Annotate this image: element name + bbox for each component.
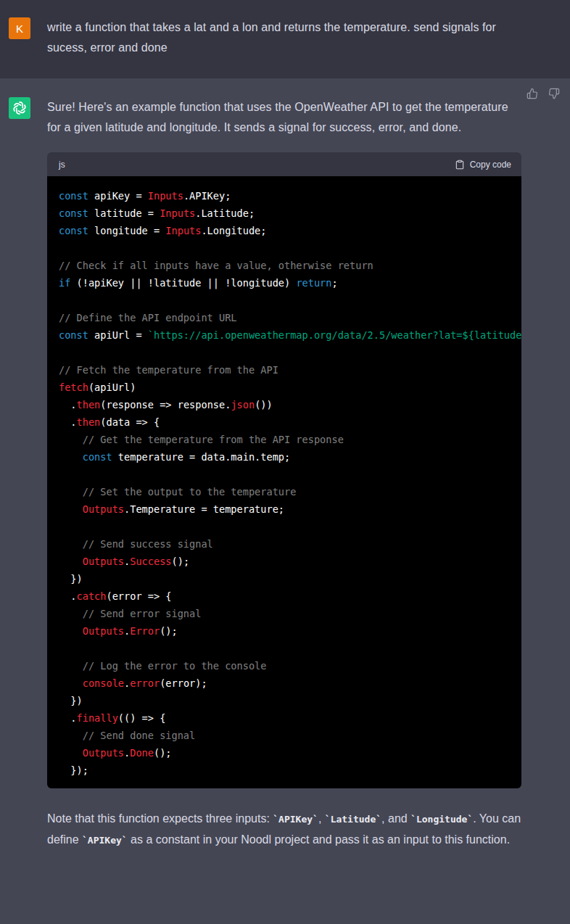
code-line: fetch(apiUrl) <box>59 379 521 396</box>
clipboard-icon <box>455 160 465 170</box>
code-line: // Send done signal <box>59 727 521 744</box>
code-line: Outputs.Error(); <box>59 622 521 640</box>
code-line: // Fetch the temperature from the API <box>59 361 521 379</box>
code-line: Outputs.Done(); <box>59 744 521 762</box>
code-line: Outputs.Success(); <box>59 553 521 570</box>
thumbs-up-icon <box>526 88 538 99</box>
assistant-avatar <box>9 97 30 119</box>
copy-code-button[interactable]: Copy code <box>455 160 511 170</box>
inline-code: `APIKey` <box>273 814 318 825</box>
code-line: const latitude = Inputs.Latitude; <box>59 205 521 222</box>
code-line: .then(data => { <box>59 413 521 431</box>
user-message-text: write a function that takes a lat and a … <box>47 17 521 58</box>
openai-logo-icon <box>12 100 28 116</box>
copy-code-label: Copy code <box>470 160 511 170</box>
code-line <box>59 344 521 361</box>
code-line <box>59 292 521 309</box>
code-line: // Set the output to the temperature <box>59 483 521 500</box>
user-message-row: K write a function that takes a lat and … <box>0 0 570 78</box>
note-text: , <box>318 812 325 825</box>
code-block-header: js Copy code <box>47 152 521 176</box>
inline-code: `Longitude` <box>410 814 473 825</box>
user-avatar-letter: K <box>16 22 23 35</box>
code-line: // Define the API endpoint URL <box>59 309 521 326</box>
code-line: // Get the temperature from the API resp… <box>59 431 521 448</box>
code-line: .finally(() => { <box>59 709 521 727</box>
code-line: // Check if all inputs have a value, oth… <box>59 257 521 274</box>
code-line: // Send error signal <box>59 605 521 622</box>
code-line: // Log the error to the console <box>59 657 521 675</box>
user-avatar: K <box>9 17 30 39</box>
code-line: const temperature = data.main.temp; <box>59 448 521 466</box>
note-text: , and <box>381 812 410 825</box>
thumbs-up-button[interactable] <box>526 87 540 100</box>
code-line: const longitude = Inputs.Longitude; <box>59 222 521 239</box>
code-line: .then(response => response.json()) <box>59 396 521 413</box>
code-line: console.error(error); <box>59 675 521 692</box>
code-line: // Send success signal <box>59 535 521 553</box>
code-line: }) <box>59 692 521 709</box>
note-text: Note that this function expects three in… <box>47 812 273 825</box>
code-line <box>59 466 521 483</box>
feedback-buttons <box>526 87 561 100</box>
code-block: js Copy code const apiKey = Inputs.APIKe… <box>47 152 521 788</box>
code-content[interactable]: const apiKey = Inputs.APIKey;const latit… <box>47 176 521 788</box>
inline-code: `Latitude` <box>325 814 381 825</box>
code-line <box>59 518 521 535</box>
assistant-intro-text: Sure! Here's an example function that us… <box>47 97 521 138</box>
code-line <box>59 640 521 657</box>
code-line: }); <box>59 762 521 779</box>
code-line: .catch(error => { <box>59 587 521 605</box>
code-language-label: js <box>59 160 65 170</box>
assistant-message-row: Sure! Here's an example function that us… <box>0 78 570 924</box>
code-line: if (!apiKey || !latitude || !longitude) … <box>59 274 521 292</box>
code-line: const apiUrl = `https://api.openweatherm… <box>59 326 521 344</box>
code-line: const apiKey = Inputs.APIKey; <box>59 187 521 205</box>
code-line: }) <box>59 570 521 587</box>
inline-code: `APIKey` <box>82 835 128 846</box>
note-paragraph: Note that this function expects three in… <box>47 809 521 851</box>
thumbs-down-icon <box>548 88 560 99</box>
note-text: as a constant in your Noodl project and … <box>128 833 510 846</box>
code-line: Outputs.Temperature = temperature; <box>59 500 521 518</box>
code-line <box>59 239 521 257</box>
thumbs-down-button[interactable] <box>548 87 561 100</box>
